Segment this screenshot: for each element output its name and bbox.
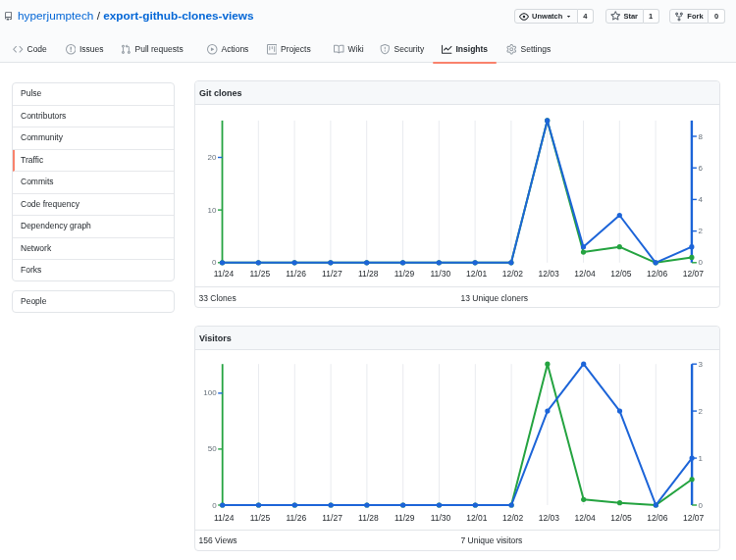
svg-text:0: 0 [212, 258, 217, 267]
svg-text:12/07: 12/07 [683, 513, 705, 523]
svg-text:11/26: 11/26 [286, 513, 306, 523]
svg-text:0: 0 [212, 500, 217, 509]
svg-text:12/04: 12/04 [575, 513, 597, 523]
svg-text:11/28: 11/28 [358, 269, 379, 279]
svg-text:11/24: 11/24 [214, 269, 235, 279]
svg-text:11/30: 11/30 [430, 269, 450, 279]
svg-text:12/07: 12/07 [683, 269, 705, 279]
svg-text:0: 0 [698, 258, 703, 267]
svg-text:12/06: 12/06 [647, 269, 668, 279]
svg-text:10: 10 [208, 205, 217, 214]
svg-text:11/27: 11/27 [322, 269, 342, 279]
svg-text:2: 2 [699, 406, 704, 415]
svg-text:0: 0 [699, 500, 704, 509]
svg-text:12/01: 12/01 [466, 513, 488, 523]
svg-text:11/27: 11/27 [322, 513, 342, 523]
svg-text:12/06: 12/06 [647, 513, 668, 523]
svg-text:20: 20 [208, 153, 217, 162]
svg-text:11/30: 11/30 [431, 513, 451, 523]
svg-text:12/05: 12/05 [610, 513, 632, 523]
svg-text:11/25: 11/25 [249, 269, 270, 279]
svg-text:50: 50 [208, 444, 217, 453]
svg-text:11/25: 11/25 [250, 513, 271, 523]
svg-text:100: 100 [203, 388, 217, 397]
svg-text:12/03: 12/03 [539, 269, 560, 279]
svg-text:12/05: 12/05 [610, 269, 632, 279]
svg-text:12/03: 12/03 [539, 513, 560, 523]
svg-text:11/24: 11/24 [214, 513, 235, 523]
svg-text:11/29: 11/29 [394, 269, 415, 279]
svg-text:6: 6 [698, 163, 703, 172]
svg-text:2: 2 [698, 227, 703, 235]
svg-text:11/28: 11/28 [358, 513, 379, 523]
svg-text:12/04: 12/04 [574, 269, 596, 279]
svg-text:11/26: 11/26 [286, 269, 306, 279]
svg-text:3: 3 [699, 359, 704, 368]
svg-text:12/02: 12/02 [502, 513, 524, 523]
svg-text:12/02: 12/02 [502, 269, 524, 279]
svg-text:12/01: 12/01 [466, 269, 488, 279]
svg-text:11/29: 11/29 [394, 513, 415, 523]
svg-text:8: 8 [698, 131, 703, 140]
svg-text:4: 4 [698, 194, 703, 203]
svg-text:1: 1 [699, 453, 704, 462]
